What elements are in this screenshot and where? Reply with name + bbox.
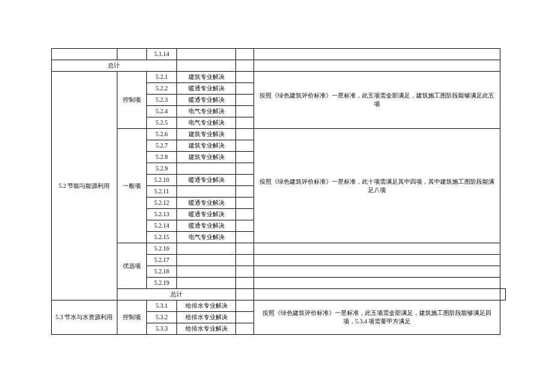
cell-resolve: 电气专业解决 <box>176 117 236 129</box>
cell-blank <box>236 198 254 209</box>
cell-code: 5.2.18 <box>147 266 177 278</box>
cell-blank <box>236 255 254 266</box>
cell-code: 5.3.2 <box>147 312 177 323</box>
cell-blank <box>236 266 254 278</box>
evaluation-table: 5.1.14 总计 5.2 节能与能源利用 控制项 5.2.1 建筑专业解决 按… <box>51 48 506 335</box>
cell-code: 5.2.4 <box>147 106 177 117</box>
cell-blank <box>236 140 254 152</box>
cell-blank <box>236 220 254 232</box>
cell-code: 5.2.2 <box>147 83 177 95</box>
cell-note: 按照《绿色建筑评价标准》一星标准，此五项需全部满足，建筑施工图阶段能够满足此五项 <box>254 72 500 129</box>
cell-resolve: 给排水专业解决 <box>176 300 236 312</box>
cell-resolve <box>176 186 236 198</box>
cell-blank <box>236 209 254 220</box>
cell-code: 5.2.12 <box>147 198 177 209</box>
cell-resolve: 给排水专业解决 <box>176 312 236 323</box>
cell-code: 5.2.15 <box>147 232 177 243</box>
cell-resolve: 暖通专业解决 <box>176 175 236 186</box>
cell-blank <box>236 117 254 129</box>
cell-code: 5.2.11 <box>147 186 177 198</box>
cell-blank <box>236 312 254 323</box>
cell-blank <box>236 72 254 83</box>
document-table: 5.1.14 总计 5.2 节能与能源利用 控制项 5.2.1 建筑专业解决 按… <box>51 48 506 335</box>
cell-blank <box>236 175 254 186</box>
cell-resolve: 建筑专业解决 <box>176 129 236 140</box>
cell-blank <box>236 95 254 106</box>
cell-resolve <box>176 266 236 278</box>
cell-code: 5.3.1 <box>147 300 177 312</box>
cell-resolve: 暖通专业解决 <box>176 83 236 95</box>
cell-blank <box>254 289 500 300</box>
cell-code: 5.2.16 <box>147 243 177 255</box>
table-row: 一般项 5.2.6 建筑专业解决 按照《绿色建筑评价标准》一星标准，此十项需满足… <box>52 129 506 140</box>
table-row: 优选项 5.2.16 <box>52 243 506 255</box>
table-row: 总计 <box>52 60 506 72</box>
cell-blank <box>117 49 146 60</box>
cell-code: 5.2.10 <box>147 175 177 186</box>
cell-total: 总计 <box>117 289 236 300</box>
cell-blank <box>236 163 254 175</box>
cell-blank <box>236 243 254 255</box>
cell-blank <box>254 60 500 72</box>
cell-blank <box>236 83 254 95</box>
cell-total: 总计 <box>52 60 177 72</box>
cell-note <box>254 255 500 266</box>
cell-resolve <box>176 163 236 175</box>
cell-note: 按照《绿色建筑评价标准》一星标准，此五项需全部满足，建筑施工图阶段能够满足四项，… <box>254 300 500 335</box>
table-row: 总计 <box>52 289 506 300</box>
cell-note: 按照《绿色建筑评价标准》一星标准，此十项需满足其中四项，其中建筑施工图阶段能满足… <box>254 129 500 243</box>
section-title: 5.3 节水与水资源利用 <box>52 300 117 335</box>
cell-resolve: 电气专业解决 <box>176 106 236 117</box>
cell-code: 5.2.9 <box>147 163 177 175</box>
cell-resolve: 建筑专业解决 <box>176 152 236 163</box>
cell-code: 5.2.17 <box>147 255 177 266</box>
cell-resolve <box>176 243 236 255</box>
cell-blank <box>52 49 117 60</box>
table-row: 5.1.14 <box>52 49 506 60</box>
cell-resolve: 暖通专业解决 <box>176 220 236 232</box>
cell-blank <box>236 300 254 312</box>
group-preferred: 优选项 <box>117 243 146 289</box>
cell-resolve: 暖通专业解决 <box>176 198 236 209</box>
cell-note <box>254 266 500 278</box>
cell-blank <box>236 60 254 72</box>
cell-blank <box>236 152 254 163</box>
cell-blank <box>500 289 506 300</box>
cell-blank <box>236 49 254 60</box>
cell-blank <box>176 60 236 72</box>
cell-resolve <box>176 255 236 266</box>
cell-resolve: 暖通专业解决 <box>176 209 236 220</box>
cell-note <box>254 278 500 289</box>
cell-blank <box>236 106 254 117</box>
cell-note <box>254 243 500 255</box>
cell-resolve <box>176 49 236 60</box>
cell-resolve: 暖通专业解决 <box>176 95 236 106</box>
cell-code: 5.1.14 <box>147 49 177 60</box>
cell-code: 5.2.6 <box>147 129 177 140</box>
group-general: 一般项 <box>117 129 146 243</box>
cell-resolve: 电气专业解决 <box>176 232 236 243</box>
cell-code: 5.2.8 <box>147 152 177 163</box>
cell-blank <box>236 232 254 243</box>
cell-blank <box>236 323 254 335</box>
group-control: 控制项 <box>117 300 146 335</box>
table-row: 5.2 节能与能源利用 控制项 5.2.1 建筑专业解决 按照《绿色建筑评价标准… <box>52 72 506 83</box>
cell-resolve: 建筑专业解决 <box>176 72 236 83</box>
cell-blank <box>236 186 254 198</box>
cell-code: 5.2.19 <box>147 278 177 289</box>
cell-resolve: 建筑专业解决 <box>176 140 236 152</box>
cell-code: 5.2.3 <box>147 95 177 106</box>
group-control: 控制项 <box>117 72 146 129</box>
cell-code: 5.2.5 <box>147 117 177 129</box>
cell-resolve: 给排水专业解决 <box>176 323 236 335</box>
cell-note <box>254 49 500 60</box>
cell-blank <box>236 289 254 300</box>
cell-blank <box>236 129 254 140</box>
cell-code: 5.2.13 <box>147 209 177 220</box>
cell-code: 5.3.3 <box>147 323 177 335</box>
table-row: 5.3 节水与水资源利用 控制项 5.3.1 给排水专业解决 按照《绿色建筑评价… <box>52 300 506 312</box>
cell-code: 5.2.7 <box>147 140 177 152</box>
cell-code: 5.2.14 <box>147 220 177 232</box>
cell-code: 5.2.1 <box>147 72 177 83</box>
cell-resolve <box>176 278 236 289</box>
